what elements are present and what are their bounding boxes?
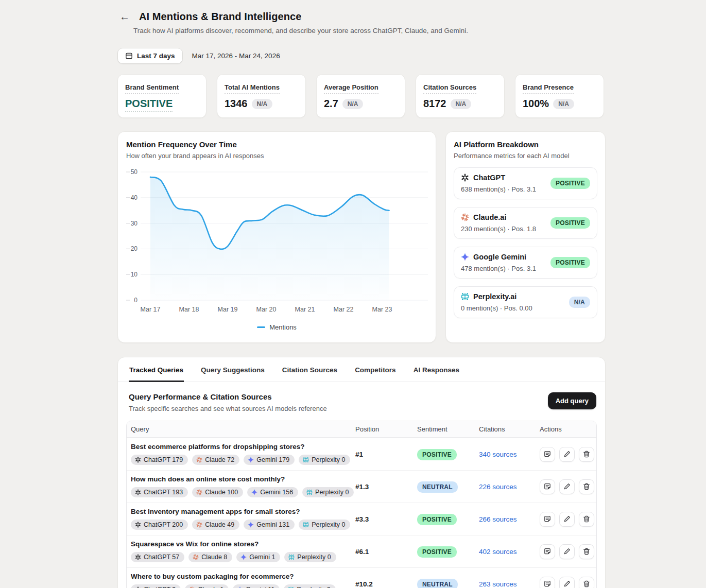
svg-text:20: 20 xyxy=(131,245,138,252)
chip-claude: Claude 1 xyxy=(185,584,229,588)
platform-meta: 0 mention(s) · Pos. 0.00 xyxy=(461,304,532,312)
chip-perplexity: Perplexity 0 xyxy=(302,487,354,497)
tab-competitors[interactable]: Competitors xyxy=(354,357,397,382)
page-title: AI Mentions & Brand Intelligence xyxy=(139,11,301,23)
page-subtitle: Track how AI platforms discover, recomme… xyxy=(133,27,606,34)
notes-button[interactable] xyxy=(540,544,555,559)
citations-link[interactable]: 402 sources xyxy=(479,548,517,556)
gemini-icon xyxy=(251,489,257,495)
stats-row: Brand Sentiment POSITIVE Total AI Mentio… xyxy=(117,74,606,118)
pencil-icon xyxy=(563,515,571,523)
filter-row: Last 7 days Mar 17, 2026 - Mar 24, 2026 xyxy=(117,48,606,64)
tab-tracked-queries[interactable]: Tracked Queries xyxy=(129,357,184,382)
sentiment-badge: POSITIVE xyxy=(550,217,590,229)
perplexity-icon xyxy=(303,522,309,528)
delete-button[interactable] xyxy=(579,577,594,588)
chip-label: ChatGPT 193 xyxy=(144,489,183,496)
edit-button[interactable] xyxy=(559,447,575,462)
chip-gemini: Gemini 156 xyxy=(247,487,298,497)
edit-button[interactable] xyxy=(559,577,575,588)
openai-icon xyxy=(135,457,141,463)
claude-icon xyxy=(193,554,199,560)
chip-label: ChatGPT 57 xyxy=(144,554,179,561)
chip-perplexity: Perplexity 0 xyxy=(284,584,335,588)
edit-button[interactable] xyxy=(559,512,575,527)
chip-label: Perplexity 0 xyxy=(312,456,345,463)
edit-button[interactable] xyxy=(559,479,575,494)
stat-card-brand-presence: Brand Presence 100% N/A xyxy=(515,74,604,118)
citations-link[interactable]: 226 sources xyxy=(479,483,517,491)
date-range-label: Last 7 days xyxy=(137,52,175,60)
edit-button[interactable] xyxy=(559,544,575,559)
svg-text:40: 40 xyxy=(131,194,138,201)
back-button[interactable]: ← xyxy=(117,10,132,23)
stat-label: Average Position xyxy=(324,83,378,94)
platform-name: Perplexity.ai xyxy=(473,292,516,301)
notes-button[interactable] xyxy=(540,479,555,494)
chart-title: Mention Frequency Over Time xyxy=(126,140,427,149)
svg-text:10: 10 xyxy=(131,271,138,278)
delete-button[interactable] xyxy=(579,544,594,559)
claude-icon xyxy=(196,457,202,463)
platform-meta: 638 mention(s) · Pos. 3.1 xyxy=(461,185,536,193)
delete-button[interactable] xyxy=(579,479,594,494)
delete-button[interactable] xyxy=(579,447,594,462)
chip-claude: Claude 49 xyxy=(192,520,239,530)
delete-button[interactable] xyxy=(579,512,594,527)
citations-link[interactable]: 263 sources xyxy=(479,580,517,588)
tab-ai-responses[interactable]: AI Responses xyxy=(413,357,460,382)
stat-value: 8172 xyxy=(423,98,446,110)
platform-card-perplexity[interactable]: Perplexity.ai 0 mention(s) · Pos. 0.00 N… xyxy=(454,286,597,318)
svg-text:0: 0 xyxy=(134,297,137,304)
ai-platform-breakdown-panel: AI Platform Breakdown Performance metric… xyxy=(445,131,606,343)
chip-label: Perplexity 0 xyxy=(297,586,330,588)
column-header-citations: Citations xyxy=(475,421,536,437)
stat-value: 2.7 xyxy=(324,98,338,110)
gemini-icon xyxy=(248,457,254,463)
chip-chatgpt: ChatGPT 57 xyxy=(131,552,184,562)
citations-link[interactable]: 340 sources xyxy=(479,451,517,458)
sentiment-badge: POSITIVE xyxy=(550,178,590,189)
column-header-query: Query xyxy=(127,421,351,437)
trash-icon xyxy=(582,580,591,588)
legend-swatch-mentions xyxy=(257,326,265,328)
tab-query-suggestions[interactable]: Query Suggestions xyxy=(200,357,265,382)
perplexity-icon xyxy=(306,489,313,495)
position-value: #6.1 xyxy=(351,548,413,556)
chip-chatgpt: ChatGPT 179 xyxy=(131,455,188,465)
chip-label: ChatGPT 179 xyxy=(144,456,183,463)
sentiment-badge: NEUTRAL xyxy=(417,579,458,588)
chip-label: Gemini 1 xyxy=(249,554,275,561)
openai-icon xyxy=(135,554,141,560)
query-text: Squarespace vs Wix for online stores? xyxy=(131,540,347,548)
column-header-position: Position xyxy=(351,421,413,437)
section-title: Query Performance & Citation Sources xyxy=(129,392,327,401)
note-icon xyxy=(543,482,552,491)
claude-icon xyxy=(461,213,469,221)
notes-button[interactable] xyxy=(540,512,555,527)
pencil-icon xyxy=(563,580,571,588)
chip-claude: Claude 72 xyxy=(192,455,239,465)
notes-button[interactable] xyxy=(540,447,555,462)
chip-perplexity: Perplexity 0 xyxy=(299,520,350,530)
chip-chatgpt: ChatGPT 9 xyxy=(131,584,181,588)
column-header-actions: Actions xyxy=(536,421,596,437)
stat-value: POSITIVE xyxy=(125,98,173,112)
tab-citation-sources[interactable]: Citation Sources xyxy=(282,357,338,382)
chip-label: Perplexity 0 xyxy=(312,521,345,528)
citations-link[interactable]: 266 sources xyxy=(479,515,517,523)
query-text: Where to buy custom packaging for ecomme… xyxy=(131,573,347,580)
chart-legend: Mentions xyxy=(126,323,427,331)
table-row: Squarespace vs Wix for online stores? Ch… xyxy=(127,535,596,567)
add-query-button[interactable]: Add query xyxy=(548,392,596,409)
openai-icon xyxy=(461,174,469,182)
platform-card-chatgpt[interactable]: ChatGPT 638 mention(s) · Pos. 3.1 POSITI… xyxy=(454,167,597,199)
chip-label: ChatGPT 9 xyxy=(144,586,176,588)
platform-card-gemini[interactable]: Google Gemini 478 mention(s) · Pos. 3.1 … xyxy=(454,247,597,279)
claude-icon xyxy=(196,489,202,495)
date-range-button[interactable]: Last 7 days xyxy=(117,48,183,64)
platform-meta: 478 mention(s) · Pos. 3.1 xyxy=(461,265,536,272)
notes-button[interactable] xyxy=(540,577,555,588)
stat-label: Citation Sources xyxy=(423,83,476,94)
platform-card-claude[interactable]: Claude.ai 230 mention(s) · Pos. 1.8 POSI… xyxy=(454,207,597,239)
